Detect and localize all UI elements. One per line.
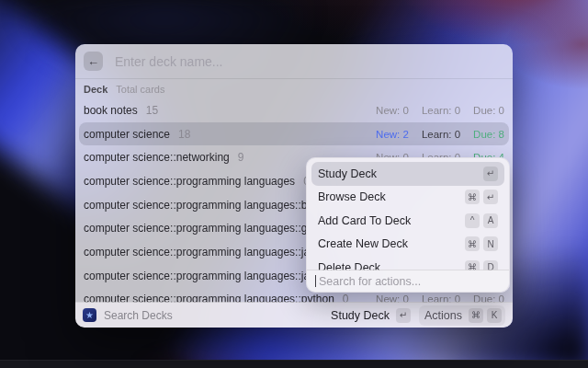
action-menu-item[interactable]: Delete Deck ⌘D — [311, 256, 504, 270]
action-menu-item-keys: ⌘↵ — [465, 190, 498, 204]
key-badge: N — [483, 236, 498, 251]
deck-row[interactable]: book notes 15 New: 0Learn: 0Due: 0 — [79, 98, 509, 122]
action-menu-item-label: Create New Deck — [318, 237, 408, 250]
star-glyph: ★ — [85, 311, 94, 320]
deck-card-count: 9 — [238, 151, 244, 164]
action-menu-item[interactable]: Study Deck ↵ — [311, 162, 504, 186]
actions-label: Actions — [424, 309, 462, 322]
status-bar-actions: Study Deck ↵ Actions ⌘K — [331, 305, 505, 326]
deck-name: book notes — [84, 104, 138, 117]
actions-key-badges: ⌘K — [469, 308, 502, 323]
primary-action-label: Study Deck — [331, 309, 390, 322]
deck-name: computer science::networking — [84, 151, 230, 164]
anki-app-icon: ★ — [83, 308, 96, 322]
actions-panel-items: Study Deck ↵ Browse Deck ⌘↵ Add Card To … — [311, 162, 504, 270]
column-deck: Deck — [84, 84, 107, 95]
actions-search-input[interactable] — [317, 274, 501, 289]
deck-stat: Due: 8 — [473, 129, 504, 140]
key-badge: ↵ — [483, 167, 498, 181]
status-bar: ★ Search Decks Study Deck ↵ Actions ⌘K — [75, 302, 513, 328]
deck-name: computer science::programming languages — [84, 175, 295, 188]
action-menu-item-keys: ^A — [465, 213, 498, 228]
primary-action-button[interactable]: Study Deck ↵ — [331, 308, 411, 323]
enter-key-badge: ↵ — [396, 308, 411, 323]
column-total-cards: Total cards — [116, 84, 164, 95]
key-badge: K — [487, 308, 502, 323]
key-badge: ⌘ — [465, 236, 480, 251]
key-badge: ^ — [465, 213, 480, 228]
text-caret — [315, 275, 316, 287]
action-menu-item-label: Study Deck — [318, 167, 377, 180]
key-badge: ⌘ — [469, 308, 483, 323]
action-menu-item-keys: ⌘N — [465, 236, 498, 251]
actions-menu-button[interactable]: Actions ⌘K — [419, 305, 505, 326]
deck-stats: New: 0Learn: 0Due: 0 — [376, 105, 504, 116]
app-title: Search Decks — [104, 309, 173, 322]
deck-card-count: 15 — [146, 104, 158, 117]
actions-search-bar — [307, 270, 509, 292]
action-menu-item[interactable]: Browse Deck ⌘↵ — [311, 186, 504, 210]
deck-stat: New: 2 — [376, 129, 409, 140]
deck-stats: New: 2Learn: 0Due: 8 — [376, 129, 504, 140]
key-badge: A — [483, 213, 498, 228]
action-menu-item[interactable]: Add Card To Deck ^A — [311, 209, 504, 233]
deck-stat: Due: 0 — [473, 105, 504, 116]
key-badge: ↵ — [483, 190, 498, 204]
action-menu-item-label: Add Card To Deck — [318, 214, 411, 227]
deck-name: computer science::programming languages:… — [84, 199, 325, 212]
action-menu-item-label: Browse Deck — [318, 190, 386, 203]
deck-stat: Learn: 0 — [422, 105, 460, 116]
action-menu-item[interactable]: Create New Deck ⌘N — [311, 233, 504, 257]
screen: ← Deck Total cards book notes 15 New: 0L… — [0, 0, 588, 368]
actions-panel: Study Deck ↵ Browse Deck ⌘↵ Add Card To … — [306, 157, 510, 293]
deck-stat: New: 0 — [376, 105, 409, 116]
deck-name: computer science::programming languages:… — [84, 222, 313, 235]
wallpaper-bottom-strip — [0, 360, 588, 368]
deck-card-count: 18 — [178, 128, 190, 141]
deck-search-header: ← — [75, 44, 513, 79]
list-column-headers: Deck Total cards — [75, 79, 513, 98]
deck-stat: Learn: 0 — [422, 129, 460, 140]
deck-row[interactable]: computer science 18 New: 2Learn: 0Due: 8 — [79, 122, 509, 146]
deck-name: computer science — [84, 128, 170, 141]
back-button[interactable]: ← — [84, 52, 103, 71]
deck-name-input[interactable] — [113, 53, 504, 70]
key-badge: ⌘ — [465, 190, 480, 204]
action-menu-item-keys: ↵ — [483, 167, 498, 181]
back-arrow-icon: ← — [87, 54, 99, 68]
